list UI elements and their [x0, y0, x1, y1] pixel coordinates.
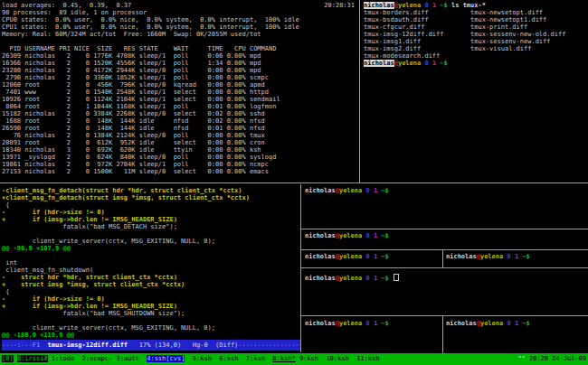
editor-line: int — [2, 259, 300, 267]
prompt-window: 1 — [429, 2, 436, 9]
prompt-window: 1 — [511, 320, 518, 327]
prompt-user: nicholas — [305, 275, 336, 282]
prompt-window: 1 — [370, 232, 377, 239]
prompt-user: nicholas — [305, 232, 336, 239]
process-row: 10926 root 2 0 1124K 2104K sleep/1 selec… — [2, 96, 359, 103]
shell-prompt: nicholas@yelena 0 1 ~$ ls tmux-* — [364, 2, 486, 9]
prompt-session: 0 — [362, 275, 369, 282]
prompt-host: yelena — [339, 232, 362, 239]
blank-line — [2, 38, 359, 45]
prompt-host: yelena — [480, 253, 503, 260]
top-summary-line: Memory: Real: 60M/324M act/tot Free: 166… — [2, 31, 359, 38]
pane-shell-ls[interactable]: nicholas@yelena 0 1 ~$ ls tmux-* tmux-bo… — [361, 0, 588, 182]
prompt-tilde: ~ — [377, 232, 384, 239]
status-window[interactable]: 6:ksh — [219, 355, 238, 362]
prompt-user: nicholas — [305, 320, 336, 327]
prompt-host: yelena — [339, 275, 362, 282]
editor-line: + if (imsg->hdr.len != IMSG_HEADER_SIZE) — [2, 303, 300, 310]
status-window[interactable]: 7:ksh — [246, 355, 265, 362]
pane-border-vertical-bottom — [300, 184, 301, 352]
editor-line: { — [2, 201, 300, 209]
pane-border-horizontal-main — [0, 182, 588, 183]
prompt-window: 1 — [429, 60, 436, 67]
tmux-screen: load averages: 0.45, 0.39, 0.37 20:28:31… — [0, 0, 588, 365]
command-text: ls tmux-* — [451, 2, 486, 9]
editor-line: fatalx("bad MSG_SHUTDOWN size"); — [2, 310, 300, 317]
editor-line: client_write_server(cctx, MSG_EXITING, N… — [2, 238, 300, 245]
status-window[interactable]: 4:ssh[cvs] — [147, 355, 185, 362]
status-window[interactable]: 3:mutt — [116, 355, 138, 362]
status-window[interactable]: 10:ksh — [326, 355, 348, 362]
process-row: 26309 nicholas 2 0 1776K 4708K sleep/1 p… — [2, 52, 359, 60]
pane-shell-6[interactable]: nicholas@yelena 0 1 ~$ — [443, 316, 588, 352]
process-row: 10340 nicholas 3 0 692K 620K idle ttyin … — [2, 146, 359, 154]
ls-output-line: tmux-imsg-12diff.diff tmux-sessenv-new-o… — [364, 31, 588, 38]
modeline-filename: tmux-imsg-12diff.diff — [48, 342, 128, 349]
process-row: 7401 www 2 0 1540K 2548K sleep/1 select … — [2, 89, 359, 96]
ls-output-line: tmux-imsg2.diff tmux-visual.diff — [364, 45, 588, 52]
prompt-host: yelena — [339, 253, 362, 260]
prompt-window: 1 — [370, 187, 377, 194]
editor-line: + struct imsg *imsg, struct client_ctx *… — [2, 281, 300, 288]
prompt-host: yelena — [339, 320, 362, 327]
process-row: 16366 nicholas 2 0 1520K 4556K sleep/1 p… — [2, 60, 359, 67]
ls-output-line: tmux-borders.diff tmux-newsetopt.diff — [364, 9, 588, 16]
prompt-session: 0 — [362, 253, 369, 260]
pane-title-indicator: "" — [517, 355, 525, 362]
status-window[interactable]: 1:todo — [52, 355, 74, 362]
status-window[interactable]: 8:ksh* — [272, 355, 295, 362]
pane-border-h2 — [301, 249, 588, 250]
prompt-tilde: ~ — [436, 2, 443, 9]
shell-prompt: nicholas@yelena 0 1 ~$ — [305, 187, 393, 194]
shell-prompt: nicholas@yelena 0 1 ~$ — [446, 320, 534, 327]
process-row: 15182 nicholas 2 0 3384K 2268K sleep/0 s… — [2, 110, 359, 117]
pane-shell-3[interactable]: nicholas@yelena 0 1 ~$ — [302, 250, 441, 267]
prompt-dollar: $ — [526, 253, 534, 260]
prompt-host: yelena — [398, 2, 421, 9]
pane-top-command[interactable]: load averages: 0.45, 0.39, 0.37 20:28:31… — [0, 0, 359, 182]
editor-line: + if (imsg->hdr.len != IMSG_HEADER_SIZE) — [2, 216, 300, 223]
status-window[interactable]: 9:ksh — [299, 355, 318, 362]
pane-shell-5[interactable]: nicholas@yelena 0 1 ~$ — [302, 316, 441, 352]
prompt-session: 0 — [362, 320, 369, 327]
pane-shell-4[interactable]: nicholas@yelena 0 1 ~$ — [443, 250, 588, 267]
prompt-dollar: $ — [385, 232, 393, 239]
status-window[interactable]: 11:ksh — [356, 355, 379, 362]
pane-border-h4 — [301, 315, 588, 316]
text-cursor — [394, 274, 399, 281]
editor-line: { — [2, 288, 300, 295]
pane-border-v-split2 — [442, 316, 443, 353]
ls-output-line: tmux-imsg1.diff tmux-sessenv-new.diff — [364, 38, 588, 45]
editor-line: client_write_server(cctx, MSG_EXITING, N… — [2, 324, 300, 332]
prompt-dollar: $ — [385, 320, 393, 327]
status-window-list: [0] 0:irssi# 1:todo 2:ncmpc- 3:mutt 4:ss… — [2, 353, 379, 365]
editor-modeline: ----:---F1 tmux-imsg-12diff.diff 17% (13… — [2, 340, 300, 351]
prompt-tilde: ~ — [377, 320, 384, 327]
prompt-user: nicholas — [446, 320, 477, 327]
pane-border-v-split1 — [442, 250, 443, 267]
pane-shell-1[interactable]: nicholas@yelena 0 1 ~$ — [302, 184, 588, 229]
shell-prompt: nicholas@yelena 0 1 ~$ — [305, 232, 393, 239]
status-window[interactable]: 0:irssi# — [17, 355, 48, 362]
process-row: 13971 _syslogd 2 0 624K 840K sleep/0 pol… — [2, 154, 359, 161]
prompt-user: nicholas — [364, 2, 394, 9]
top-summary-line: CPU0 states: 0.0% user, 0.0% nice, 0.0% … — [2, 16, 359, 23]
prompt-dollar: $ — [385, 253, 393, 260]
top-summary-line: 90 processes: 89 idle, 1 on processor — [2, 9, 359, 16]
shell-prompt: nicholas@yelena 0 1 ~$ — [446, 253, 534, 260]
prompt-session: 0 — [362, 232, 369, 239]
pane-editor[interactable]: -client_msg_fn_detach(struct hdr *hdr, s… — [0, 184, 300, 352]
prompt-dollar: $ — [385, 187, 393, 194]
prompt-user: nicholas — [446, 253, 477, 260]
pane-shell-2[interactable]: nicholas@yelena 0 1 ~$ — [302, 229, 588, 248]
status-window[interactable]: 5:ksh — [193, 355, 212, 362]
ls-output-line: tmux-cfgcur.diff tmux-print.diff — [364, 23, 588, 31]
status-window[interactable]: 2:ncmpc- — [82, 355, 113, 362]
process-row: 76 nicholas 2 0 1384K 2124K sleep/0 poll… — [2, 132, 359, 139]
editor-line: -client_msg_fn_detach(struct hdr *hdr, s… — [2, 187, 300, 194]
pane-shell-active[interactable]: nicholas@yelena 0 1 ~$ — [302, 268, 588, 314]
editor-buffer: -client_msg_fn_detach(struct hdr *hdr, s… — [2, 187, 300, 339]
modeline-position-info: 17% (134,0) Hg-0 (Diff) — [128, 342, 238, 349]
status-window[interactable]: [0] — [2, 355, 14, 362]
editor-line — [2, 230, 300, 238]
